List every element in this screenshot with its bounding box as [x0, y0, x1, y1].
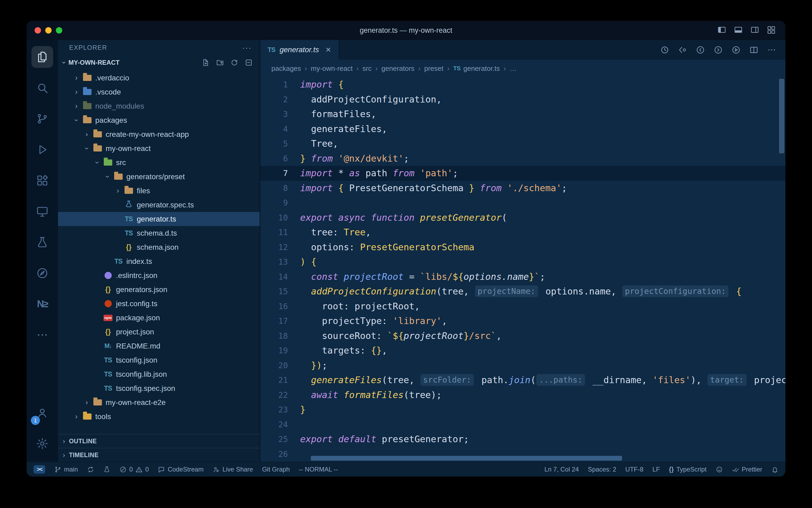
chevron-expanded-icon[interactable]: ›	[92, 159, 102, 167]
code-line-8[interactable]: 8import { PresetGeneratorSchema } from '…	[260, 181, 785, 196]
zoom-window-button[interactable]	[56, 27, 62, 34]
more-icon[interactable]	[767, 45, 776, 54]
activitybar-source-control[interactable]	[27, 103, 58, 134]
activitybar-run-debug[interactable]	[27, 134, 58, 165]
refresh-icon[interactable]	[230, 58, 238, 67]
tree-item-readme-md[interactable]: M↓README.md	[58, 339, 260, 353]
code-line-16[interactable]: 16 root: projectRoot,	[260, 299, 785, 314]
code-editor[interactable]: 1import {2 addProjectConfiguration,3 for…	[260, 77, 785, 462]
tree-item-generator-spec-ts[interactable]: generator.spec.ts	[58, 198, 260, 212]
code-line-10[interactable]: 10export async function presetGenerator(	[260, 210, 785, 225]
chevron-collapsed-icon[interactable]: ›	[71, 74, 82, 82]
status-vim-mode[interactable]: -- NORMAL --	[299, 466, 338, 473]
code-line-21[interactable]: 21 generateFiles(tree, srcFolder: path.j…	[260, 373, 785, 388]
status-eol[interactable]: LF	[652, 466, 660, 473]
breadcrumb-src[interactable]: src	[363, 65, 372, 73]
status-git-branch[interactable]: main	[54, 466, 78, 473]
chevron-collapsed-icon[interactable]: ›	[71, 413, 82, 421]
workspace-section-header[interactable]: › MY-OWN-REACT	[58, 55, 260, 70]
run-file-icon[interactable]	[731, 45, 741, 54]
tree-item-tsconfig-spec-json[interactable]: TStsconfig.spec.json	[58, 381, 260, 395]
tree-item-tsconfig-lib-json[interactable]: TStsconfig.lib.json	[58, 367, 260, 381]
chevron-expanded-icon[interactable]: ›	[82, 144, 92, 153]
code-line-4[interactable]: 4 generateFiles,	[260, 122, 785, 137]
split-icon[interactable]	[749, 45, 759, 54]
code-line-12[interactable]: 12 options: PresetGeneratorSchema	[260, 240, 785, 255]
tree-item-node-modules[interactable]: ›node_modules	[58, 99, 260, 113]
panel-outline[interactable]: ›OUTLINE	[58, 434, 260, 448]
activitybar-testing[interactable]	[27, 227, 58, 258]
code-line-13[interactable]: 13) {	[260, 255, 785, 269]
status-encoding[interactable]: UTF-8	[625, 466, 643, 473]
breadcrumb-preset[interactable]: preset	[424, 65, 443, 73]
tree-item-tsconfig-json[interactable]: TStsconfig.json	[58, 353, 260, 367]
tree-item-generators-preset[interactable]: ›generators/preset	[58, 170, 260, 184]
activitybar-extensions[interactable]	[27, 165, 58, 196]
code-line-20[interactable]: 20 });	[260, 358, 785, 373]
tree-item-vscode[interactable]: ›.vscode	[58, 85, 260, 99]
close-tab-icon[interactable]: ✕	[325, 46, 331, 54]
status-cursor-position[interactable]: Ln 7, Col 24	[544, 466, 579, 473]
layout-sidebar-right-icon[interactable]	[750, 25, 759, 35]
tab-generator-ts[interactable]: TS generator.ts ✕	[260, 40, 339, 60]
tree-item-files[interactable]: ›files	[58, 184, 260, 198]
code-line-5[interactable]: 5 Tree,	[260, 136, 785, 151]
code-line-25[interactable]: 25export default presetGenerator;	[260, 432, 785, 447]
tree-item-package-json[interactable]: npmpackage.json	[58, 311, 260, 325]
status-beaker[interactable]	[103, 466, 110, 473]
activitybar-nx-console[interactable]: N≥	[27, 289, 58, 320]
status-live-share[interactable]: Live Share	[212, 466, 253, 473]
code-line-18[interactable]: 18 sourceRoot: `${projectRoot}/src`,	[260, 329, 785, 343]
chevron-collapsed-icon[interactable]: ›	[71, 102, 82, 110]
layout-sidebar-icon[interactable]	[717, 25, 726, 35]
explorer-more-actions-icon[interactable]: ···	[242, 43, 252, 52]
tree-item-index-ts[interactable]: TSindex.ts	[58, 254, 260, 268]
status-sync-changes[interactable]	[87, 466, 94, 473]
history-icon[interactable]	[660, 45, 669, 54]
tree-item-packages[interactable]: ›packages	[58, 113, 260, 127]
horizontal-scrollbar[interactable]	[311, 456, 622, 461]
new-file-icon[interactable]	[202, 58, 210, 67]
status-problems[interactable]: 00	[120, 466, 149, 473]
code-line-15[interactable]: 15 addProjectConfiguration(tree, project…	[260, 284, 785, 299]
layout-panel-icon[interactable]	[734, 25, 743, 35]
minimize-window-button[interactable]	[45, 27, 52, 34]
new-folder-icon[interactable]	[216, 58, 224, 67]
tree-item-generators-json[interactable]: {}generators.json	[58, 283, 260, 297]
code-line-9[interactable]: 9	[260, 196, 785, 210]
collapse-all-icon[interactable]	[245, 58, 253, 67]
status-formatter[interactable]: Prettier	[732, 466, 762, 473]
breadcrumb-packages[interactable]: packages	[271, 65, 301, 73]
tree-item-eslintrc-json[interactable]: .eslintrc.json	[58, 268, 260, 283]
vertical-scrollbar[interactable]	[779, 79, 784, 153]
layout-grid-icon[interactable]	[767, 25, 776, 35]
status-remote-indicator[interactable]: ><	[34, 465, 45, 474]
code-line-6[interactable]: 6} from '@nx/devkit';	[260, 151, 785, 166]
tree-item-schema-d-ts[interactable]: TSschema.d.ts	[58, 226, 260, 240]
code-line-24[interactable]: 24	[260, 417, 785, 432]
activitybar-gitlens[interactable]	[27, 258, 58, 289]
panel-timeline[interactable]: ›TIMELINE	[58, 448, 260, 462]
code-line-19[interactable]: 19 targets: {},	[260, 343, 785, 358]
close-window-button[interactable]	[35, 27, 41, 34]
code-line-11[interactable]: 11 tree: Tree,	[260, 225, 785, 240]
chevron-expanded-icon[interactable]: ›	[102, 173, 112, 181]
chevron-collapsed-icon[interactable]: ›	[82, 130, 92, 138]
status-language-mode[interactable]: {}TypeScript	[669, 466, 706, 473]
tree-item-src[interactable]: ›src	[58, 156, 260, 170]
next-change-icon[interactable]	[714, 45, 723, 54]
chevron-collapsed-icon[interactable]: ›	[71, 88, 82, 96]
code-line-2[interactable]: 2 addProjectConfiguration,	[260, 92, 785, 107]
activitybar-accounts[interactable]: 1	[27, 397, 58, 428]
status-indentation[interactable]: Spaces: 2	[588, 466, 616, 473]
activitybar-search[interactable]	[27, 73, 58, 103]
status-codestream[interactable]: CodeStream	[158, 466, 203, 473]
code-line-17[interactable]: 17 projectType: 'library',	[260, 314, 785, 329]
activitybar-more[interactable]	[27, 320, 58, 350]
breadcrumb-item[interactable]: …	[510, 65, 517, 73]
code-line-7[interactable]: 7import * as path from 'path';	[260, 166, 785, 181]
prev-change-icon[interactable]	[696, 45, 705, 54]
status-git-graph[interactable]: Git Graph	[262, 466, 290, 473]
activitybar-settings[interactable]	[27, 428, 58, 459]
status-feedback[interactable]	[716, 466, 723, 473]
